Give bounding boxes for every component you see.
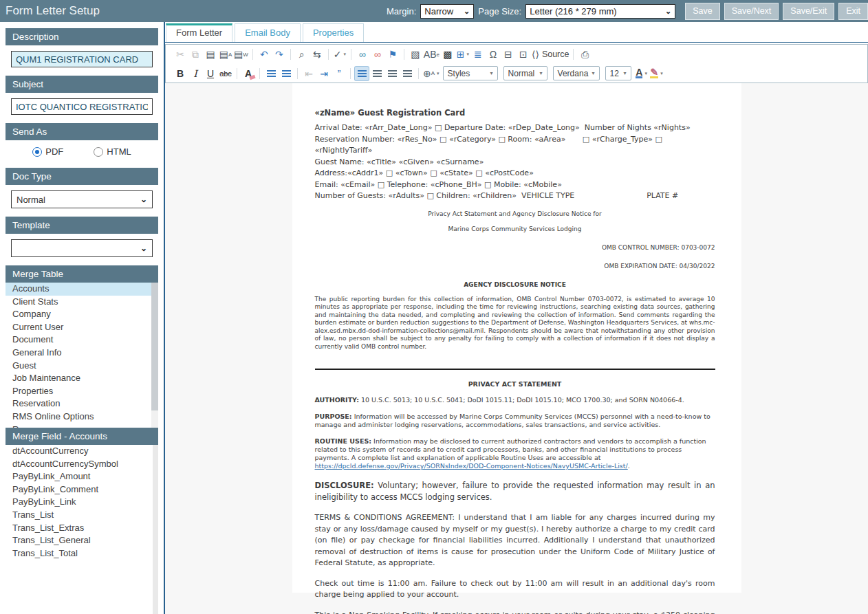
chevron-down-icon: ⌄ [140,243,147,253]
replace-icon[interactable]: ⇆ [310,47,324,61]
toolbar-separator [252,49,253,60]
image-icon[interactable]: ▧ [409,47,422,61]
merge-line: Guest Name: «cTitle» «cGiven» «cSurname» [315,157,715,168]
scrollbar-track[interactable] [151,283,158,428]
page-size-select[interactable]: Letter (216 * 279 mm) ⌄ [525,4,675,19]
send-as-pdf-option[interactable]: PDF [32,146,63,157]
format-select[interactable]: Normal▾ [503,66,547,80]
redo-icon[interactable]: ↷ [272,47,286,61]
merge-field-item[interactable]: Trans_List_Extras [6,522,158,535]
merge-table-item[interactable]: Company [6,308,158,321]
merge-field-item[interactable]: Trans_List_General [6,534,158,547]
save-next-button[interactable]: Save/Next [724,3,779,20]
merge-field-item[interactable]: PayByLink_Comment [6,483,158,496]
send-as-html-option[interactable]: HTML [94,146,131,157]
text-color-icon[interactable]: A▾ [635,67,649,80]
omb-line: OMB CONTROL NUMBER: 0703-0072 [315,244,715,252]
paste-icon[interactable]: ▤ [204,47,217,61]
italic-icon[interactable]: I [188,67,202,80]
document-page[interactable]: «zName» Guest Registration Card Arrival … [292,83,741,593]
merge-field-item[interactable]: Trans_List [6,509,158,522]
paste-word-icon[interactable]: ▤W [234,47,248,61]
purpose-paragraph: PURPOSE: Information will be accessed by… [315,413,715,429]
bullet-list-icon[interactable] [279,67,293,80]
exit-button[interactable]: Exit [838,3,868,20]
page-size-label: Page Size: [478,6,521,17]
chevron-down-icon: ▾ [540,70,543,76]
horizontal-line-icon[interactable]: ≣ [471,47,485,61]
toolbar-separator [350,68,351,79]
image2-icon[interactable]: ▩ [441,47,455,61]
language-icon[interactable]: ⊕A▾ [423,67,440,80]
align-justify-icon[interactable] [400,67,414,80]
special-char-icon[interactable]: Ω [486,47,500,61]
strikethrough-icon[interactable]: abc [219,67,232,80]
find-icon[interactable]: ⌕ [295,47,309,61]
routine-uses-link[interactable]: https://dpcld.defense.gov/Privacy/SORNsI… [315,462,628,470]
scrollbar-thumb[interactable] [151,283,158,410]
page-title: Form Letter Setup [6,4,100,18]
merge-field-item[interactable]: dtAccountCurrency [6,445,158,458]
styles-select[interactable]: Styles▾ [443,66,498,80]
align-right-icon[interactable] [385,67,399,80]
toolbar-separator [351,49,351,60]
save-button[interactable]: Save [685,3,720,20]
merge-table-item[interactable]: RMS Online Options [6,410,158,424]
merge-table-item[interactable]: Reservation [6,397,158,410]
merge-table-item[interactable]: Document [6,333,158,347]
indent-icon[interactable]: ⇥ [317,67,331,80]
tab-form-letter[interactable]: Form Letter [166,23,232,42]
routine-uses-paragraph: ROUTINE USES: Information may be disclos… [315,437,715,470]
merge-table-item[interactable]: Job Maintenance [6,372,158,385]
remove-format-icon[interactable]: A [241,67,255,80]
editor-canvas[interactable]: «zName» Guest Registration Card Arrival … [165,83,868,614]
merge-line: Number of Guests: «rAdults» □ Children: … [315,190,715,202]
subject-input[interactable] [11,98,153,115]
merge-table-item[interactable]: Room [6,424,158,428]
highlight-color-icon[interactable]: ✎▾ [650,67,664,80]
merge-field-item[interactable]: PayByLink_Amount [6,470,158,483]
bold-icon[interactable]: B [173,67,187,80]
link-icon[interactable]: ∞ [356,47,369,61]
iframe-icon[interactable]: ⊡ [517,47,530,61]
merge-table-item[interactable]: Current User [6,321,158,334]
font-size-select[interactable]: 12▾ [605,66,631,80]
scrollbar-track[interactable] [153,445,158,614]
align-left-icon[interactable] [355,67,369,80]
merge-table-item[interactable]: Properties [6,385,158,398]
underline-icon[interactable]: U [204,67,217,80]
margin-label: Margin: [387,6,416,17]
merge-table-item[interactable]: Accounts [6,283,158,296]
merge-field-item[interactable]: Trans_List_Total [6,547,158,560]
radio-selected-icon[interactable] [32,147,42,157]
tab-properties[interactable]: Properties [303,23,364,42]
radio-unselected-icon[interactable] [94,147,103,157]
anchor-flag-icon[interactable]: ⚑ [386,47,400,61]
print-icon[interactable]: ⎙ [578,47,592,61]
margin-select[interactable]: Narrow ⌄ [420,4,474,19]
blockquote-icon[interactable]: ” [332,67,346,80]
merge-field-item[interactable]: PayByLink_Link [6,496,158,509]
save-exit-button[interactable]: Save/Exit [783,3,834,20]
toolbar-separator [297,68,298,79]
font-select[interactable]: Verdana▾ [553,66,600,80]
page-break-icon[interactable]: ⊟ [501,47,515,61]
doc-type-select[interactable]: Normal ⌄ [11,190,153,208]
template-select[interactable]: ⌄ [11,239,153,257]
undo-icon[interactable]: ↶ [257,47,271,61]
description-input[interactable] [11,51,153,67]
center-heading-line: Marine Corps Community Services Lodging [315,226,715,233]
placeholder-icon[interactable]: ABe [424,47,440,61]
unlink-icon[interactable]: ∞ [371,47,384,61]
merge-table-item[interactable]: Client Stats [6,296,158,309]
merge-table-item[interactable]: Guest [6,360,158,373]
spellcheck-icon[interactable]: ✓▾ [333,47,347,61]
merge-table-item[interactable]: General Info [6,347,158,360]
paste-text-icon[interactable]: ▤A [219,47,232,61]
source-icon[interactable]: ⟨⟩Source [532,47,569,61]
align-center-icon[interactable] [370,67,384,80]
numbered-list-icon[interactable] [264,67,278,80]
table-icon[interactable]: ⊞▾ [456,47,470,61]
merge-field-item[interactable]: dtAccountCurrencySymbol [6,458,158,471]
tab-email-body[interactable]: Email Body [235,23,301,42]
